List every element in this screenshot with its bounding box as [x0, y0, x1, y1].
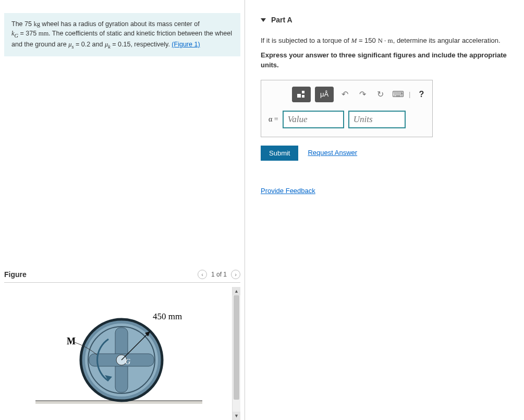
caret-down-icon — [261, 18, 266, 22]
next-figure-button[interactable]: › — [231, 270, 240, 279]
svg-rect-12 — [302, 91, 304, 93]
problem-statement: The 75 kg wheel has a radius of gyration… — [4, 13, 240, 56]
kG-sub: G — [15, 33, 19, 39]
figure-counter: 1 of 1 — [211, 271, 227, 278]
text: The 75 — [11, 20, 33, 28]
instruction-text: Express your answer to three significant… — [261, 50, 516, 70]
text: If it is subjected to a torque of — [261, 37, 351, 44]
unit-mm: mm — [39, 30, 48, 37]
svg-rect-11 — [297, 94, 301, 98]
help-button[interactable]: ? — [415, 87, 428, 102]
unit-kg: kg — [33, 20, 40, 28]
svg-rect-13 — [302, 95, 304, 98]
radius-label: 450 mm — [153, 311, 182, 321]
submit-row: Submit Request Answer — [261, 146, 516, 161]
right-panel: Part A If it is subjected to a torque of… — [245, 0, 524, 420]
templates-button[interactable] — [292, 87, 311, 102]
alpha-label: α = — [269, 114, 278, 125]
text: and the ground are — [11, 41, 68, 48]
prev-figure-button[interactable]: ‹ — [198, 270, 207, 279]
figure-nav: ‹ 1 of 1 › — [198, 270, 240, 279]
undo-button[interactable]: ↶ — [338, 87, 351, 102]
figure-header: Figure ‹ 1 of 1 › — [4, 270, 240, 283]
figure-scrollbar[interactable]: ▲ ▼ — [232, 287, 240, 420]
figure-body: 450 mm M G ▲ ▼ — [4, 287, 240, 420]
left-panel: The 75 kg wheel has a radius of gyration… — [0, 0, 245, 420]
figure-section: Figure ‹ 1 of 1 › — [0, 270, 245, 420]
part-a-body: If it is subjected to a torque of M = 15… — [261, 35, 516, 161]
symbols-button[interactable]: μÅ — [315, 87, 334, 102]
text: , determine its angular acceleration. — [393, 37, 501, 44]
reset-button[interactable]: ↻ — [373, 87, 387, 102]
answer-toolbar: μÅ ↶ ↷ ↻ ⌨ | ? — [269, 87, 425, 102]
provide-feedback-link[interactable]: Provide Feedback — [261, 187, 315, 195]
value-input[interactable] — [283, 111, 344, 128]
part-a-title: Part A — [271, 16, 293, 24]
text: . The coefficients of static and kinetic… — [48, 30, 232, 37]
units-input[interactable] — [348, 111, 406, 128]
M-symbol: M — [351, 37, 357, 44]
divider: | — [409, 89, 410, 100]
redo-button[interactable]: ↷ — [356, 87, 369, 102]
figure-link[interactable]: (Figure 1) — [172, 41, 200, 48]
unit-Nm: N · m — [377, 37, 393, 44]
request-answer-link[interactable]: Request Answer — [308, 148, 357, 158]
figure-image: 450 mm M G — [4, 287, 232, 420]
submit-button[interactable]: Submit — [261, 146, 298, 161]
text: = 375 — [18, 30, 39, 37]
answer-area: μÅ ↶ ↷ ↻ ⌨ | ? α = — [261, 80, 433, 137]
center-label: G — [125, 358, 130, 366]
input-row: α = — [269, 111, 425, 128]
scroll-thumb[interactable] — [234, 295, 239, 400]
text: = 0.2 and — [74, 41, 104, 48]
figure-title: Figure — [4, 270, 27, 279]
text: wheel has a radius of gyration about its… — [40, 20, 200, 28]
scroll-down-icon[interactable]: ▼ — [233, 412, 240, 420]
keyboard-button[interactable]: ⌨ — [391, 87, 405, 102]
text: = 150 — [357, 37, 377, 44]
question-text: If it is subjected to a torque of M = 15… — [261, 35, 516, 46]
part-a-header[interactable]: Part A — [261, 16, 516, 24]
scroll-up-icon[interactable]: ▲ — [233, 287, 240, 295]
text: = 0.15, respectively. — [111, 41, 172, 48]
torque-label: M — [67, 336, 76, 346]
